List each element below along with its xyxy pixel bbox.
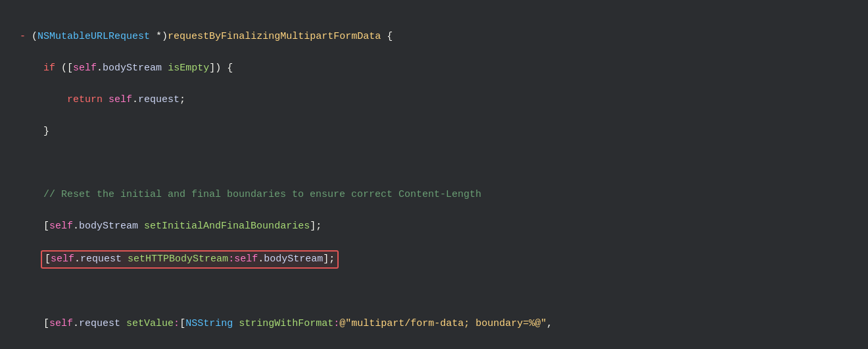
bracket-close: ]) <box>209 63 221 74</box>
colon-sep: : <box>228 254 234 265</box>
self-kw5: self <box>234 254 258 265</box>
dot4: . <box>74 254 80 265</box>
line-2: if ([self.bodyStream isEmpty]) { <box>20 61 848 76</box>
body-stream-prop: bodyStream <box>103 63 162 74</box>
open-brace: { <box>387 31 393 42</box>
asterisk: *) <box>156 31 168 42</box>
bracket-open: ([ <box>61 63 73 74</box>
brace: { <box>227 63 233 74</box>
nsstring-type: NSString <box>185 318 233 329</box>
body-stream-2: bodyStream <box>79 221 138 232</box>
line-10: [self.request setValue:[NSString stringW… <box>20 316 848 332</box>
request-prop-3: request <box>79 318 120 329</box>
line-3: return self.request; <box>20 92 848 108</box>
dot5: . <box>258 254 264 265</box>
comment-text: // Reset the initial and final boundarie… <box>43 189 481 200</box>
self-kw6: self <box>49 318 73 329</box>
line-5 <box>20 155 848 171</box>
semicolon: ; <box>180 94 185 105</box>
dot: . <box>97 63 103 74</box>
dot3: . <box>73 221 79 232</box>
if-keyword: if <box>43 63 55 74</box>
dot2: . <box>132 94 138 105</box>
close-brace-if: } <box>43 126 49 137</box>
bracket-10b: [ <box>180 318 185 329</box>
request-prop: request <box>138 94 180 105</box>
format-string-1: @"multipart/form-data; boundary=%@" <box>339 318 546 329</box>
highlighted-code-line: [self.request setHTTPBodyStream:self.bod… <box>41 250 339 269</box>
bracket-8b: ]; <box>323 254 335 265</box>
line-1: - (NSMutableURLRequest *)requestByFinali… <box>20 29 848 45</box>
set-http-body-msg: setHTTPBodyStream <box>128 254 228 265</box>
set-boundaries-msg: setInitialAndFinalBoundaries <box>144 221 310 232</box>
line-4: } <box>20 124 848 140</box>
dot6: . <box>73 318 79 329</box>
open-paren: ( <box>32 31 37 42</box>
is-empty-msg: isEmpty <box>168 63 209 74</box>
bracket-8a: [ <box>45 254 51 265</box>
return-type: NSMutableURLRequest <box>37 31 150 42</box>
minus-sign: - <box>20 31 26 42</box>
colon3: : <box>333 318 339 329</box>
request-prop-2: request <box>80 254 122 265</box>
line-9 <box>20 284 848 300</box>
self-kw2: self <box>108 94 132 105</box>
bracket-7a: [ <box>43 221 49 232</box>
line-6: // Reset the initial and final boundarie… <box>20 187 848 203</box>
return-kw: return <box>67 94 103 105</box>
line-8: [self.request setHTTPBodyStream:self.bod… <box>20 250 848 269</box>
set-value-msg: setValue <box>126 318 174 329</box>
method-name: requestByFinalizingMultipartFormData <box>168 31 381 42</box>
self-kw4: self <box>51 254 74 265</box>
string-format-msg: stringWithFormat <box>239 318 333 329</box>
bracket-7b: ]; <box>310 221 322 232</box>
comma1: , <box>546 318 552 329</box>
self-kw3: self <box>49 221 73 232</box>
colon2: : <box>174 318 180 329</box>
body-stream-3: bodyStream <box>264 254 323 265</box>
self-kw: self <box>73 63 97 74</box>
bracket-10a: [ <box>43 318 49 329</box>
code-container: - (NSMutableURLRequest *)requestByFinali… <box>20 13 848 349</box>
line-7: [self.bodyStream setInitialAndFinalBound… <box>20 219 848 234</box>
